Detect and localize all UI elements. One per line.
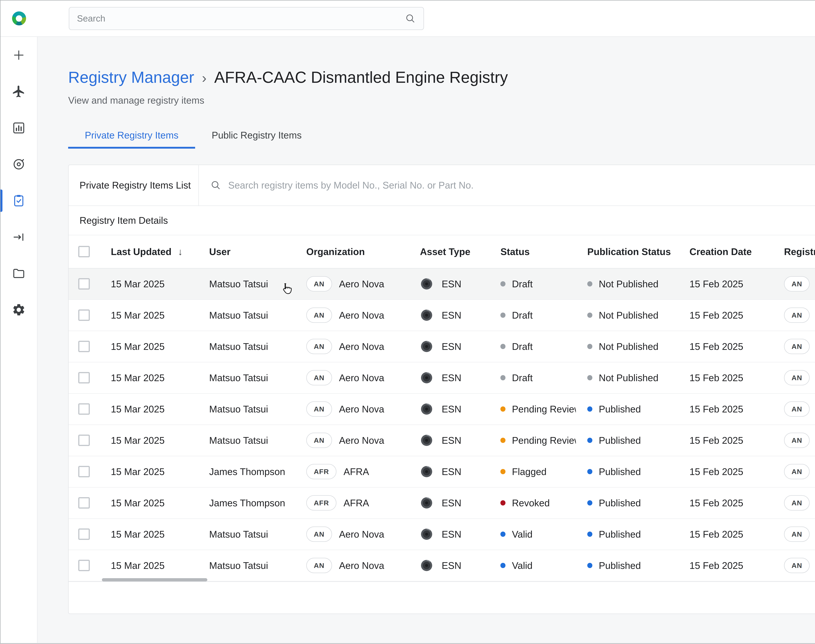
header-publication-status[interactable]: Publication Status [576,246,678,257]
cell-creation-date: 15 Feb 2025 [678,435,772,446]
sidebar-item-settings[interactable] [0,292,37,328]
global-search[interactable] [69,7,424,30]
row-checkbox[interactable] [78,560,90,571]
select-all-checkbox[interactable] [78,246,90,258]
sidebar-item-aircraft[interactable] [0,73,37,110]
breadcrumb-parent-link[interactable]: Registry Manager [68,68,194,86]
table-row[interactable]: 15 Mar 2025 Matsuo Tatsui AN Aero Nova E… [69,425,815,456]
header-status[interactable]: Status [489,246,576,257]
sidebar-item-transfers[interactable] [0,219,37,255]
table-row[interactable]: 15 Mar 2025 Matsuo Tatsui AN Aero Nova E… [69,519,815,550]
org-name: Aero Nova [339,560,384,571]
asset-type-label: ESN [442,404,462,414]
org-badge: AN [306,308,332,323]
row-checkbox[interactable] [78,310,90,321]
row-checkbox[interactable] [78,435,90,446]
table-row[interactable]: 15 Mar 2025 Matsuo Tatsui AN Aero Nova E… [69,550,815,581]
org-badge: AFR [306,495,336,511]
table-row[interactable]: 15 Mar 2025 James Thompson AFR AFRA ESN … [69,488,815,519]
table-row[interactable]: 15 Mar 2025 James Thompson AFR AFRA ESN … [69,456,815,488]
cell-user: Matsuo Tatsui [198,373,295,383]
afra-logo-icon[interactable] [12,11,26,25]
status-dot [500,438,505,443]
cell-user: Matsuo Tatsui [198,560,295,571]
org-badge: AN [306,339,332,354]
sidebar-item-documents[interactable] [0,255,37,291]
sidebar-item-parts[interactable] [0,146,37,182]
publication-label: Not Published [599,310,658,321]
status-dot [500,281,505,286]
sidebar-item-registry[interactable] [0,182,37,219]
global-search-input[interactable] [77,13,405,24]
header-user[interactable]: User [198,246,295,257]
cell-user: Matsuo Tatsui [198,529,295,540]
cell-status: Draft [489,279,576,290]
status-dot [500,500,505,505]
status-label: Pending Review [512,435,576,446]
header-asset-type[interactable]: Asset Type [408,246,489,257]
table-row[interactable]: 15 Mar 2025 Matsuo Tatsui AN Aero Nova E… [69,362,815,394]
publication-label: Published [599,529,641,540]
publication-dot [587,469,592,474]
row-checkbox[interactable] [78,497,90,509]
header-registrant[interactable]: Registrant [772,246,815,257]
cell-creation-date: 15 Feb 2025 [678,560,772,571]
cell-asset-type: ESN [408,277,489,291]
asset-type-label: ESN [442,310,462,321]
transfer-arrow-icon [12,230,26,244]
cell-publication-status: Published [576,497,678,508]
registry-search[interactable] [198,165,815,205]
cell-creation-date: 15 Feb 2025 [678,341,772,352]
header-organization[interactable]: Organization [295,246,408,257]
cell-user: James Thompson [198,466,295,477]
header-last-updated[interactable]: Last Updated↓ [99,246,198,257]
org-badge: AN [306,370,332,385]
publication-dot [587,313,592,317]
row-checkbox[interactable] [78,403,90,415]
cell-publication-status: Not Published [576,279,678,290]
sort-desc-icon[interactable]: ↓ [178,246,183,257]
horizontal-scrollbar[interactable] [102,578,207,581]
publication-label: Published [599,560,641,571]
cell-publication-status: Not Published [576,373,678,383]
header-creation-date[interactable]: Creation Date [678,246,772,257]
tab-private-registry-items[interactable]: Private Registry Items [68,124,195,149]
status-dot [500,532,505,537]
cell-creation-date: 15 Feb 2025 [678,310,772,321]
cell-organization: AFR AFRA [295,464,408,479]
row-checkbox[interactable] [78,278,90,290]
status-dot [500,375,505,380]
status-label: Draft [512,373,533,383]
sidebar-item-add[interactable] [0,37,37,73]
top-bar: ? AN [0,0,815,37]
org-badge: AN [306,401,332,417]
cell-last-updated: 15 Mar 2025 [99,310,198,321]
asset-type-label: ESN [442,279,462,290]
cell-creation-date: 15 Feb 2025 [678,529,772,540]
cell-organization: AN Aero Nova [295,276,408,291]
row-checkbox[interactable] [78,466,90,477]
tab-public-registry-items[interactable]: Public Registry Items [195,124,318,149]
row-checkbox[interactable] [78,341,90,352]
registry-search-input[interactable] [228,180,815,191]
cell-organization: AN Aero Nova [295,526,408,542]
table-row[interactable]: 15 Mar 2025 Matsuo Tatsui AN Aero Nova E… [69,394,815,425]
table-header-row: Last Updated↓ User Organization Asset Ty… [69,235,815,268]
engine-icon [420,496,433,509]
publication-label: Not Published [599,279,658,290]
sidebar-item-analytics[interactable] [0,110,37,146]
publication-dot [587,281,592,286]
registrant-badge: AN [784,464,810,479]
row-checkbox[interactable] [78,372,90,383]
cell-asset-type: ESN [408,496,489,509]
registry-items-card: Private Registry Items List [68,165,815,614]
cell-last-updated: 15 Mar 2025 [99,341,198,352]
table-row[interactable]: 15 Mar 2025 Matsuo Tatsui AN Aero Nova E… [69,331,815,362]
cell-publication-status: Published [576,404,678,414]
table-row[interactable]: 15 Mar 2025 Matsuo Tatsui AN Aero Nova E… [69,300,815,331]
row-checkbox[interactable] [78,529,90,540]
table-row[interactable]: 15 Mar 2025 Matsuo Tatsui AN Aero Nova E… [69,268,815,300]
cell-status: Valid [489,529,576,540]
row-checkbox-cell [69,278,99,290]
cell-user: Matsuo Tatsui [198,310,295,321]
